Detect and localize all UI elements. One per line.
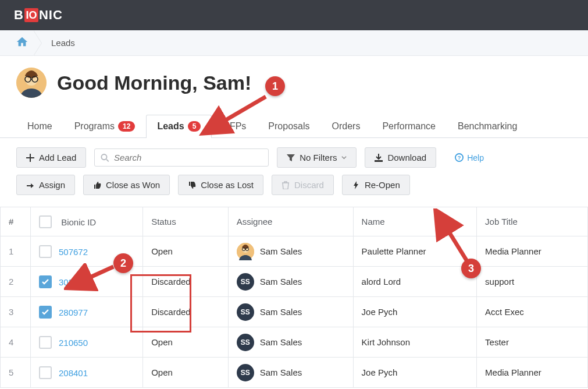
main-tabs: HomePrograms12Leads5RFPsProposalsOrdersP… xyxy=(0,114,588,138)
assignee-name: Sam Sales xyxy=(260,246,302,256)
annotation-callout-3: 3 xyxy=(461,259,481,278)
hand-right-icon xyxy=(26,181,34,189)
thumbs-down-icon xyxy=(188,181,196,189)
col-index: # xyxy=(1,207,31,236)
cell-bionic-id: 210650 xyxy=(31,327,143,358)
cell-assignee: SSSam Sales xyxy=(228,267,353,297)
row-checkbox[interactable] xyxy=(39,336,52,349)
cell-job-title: support xyxy=(477,267,588,297)
table-row[interactable]: 5208401OpenSSSam SalesJoe PychMedia Plan… xyxy=(1,358,588,388)
cell-bionic-id: 280977 xyxy=(31,297,143,327)
cell-bionic-id: 208401 xyxy=(31,358,143,388)
assign-button[interactable]: Assign xyxy=(16,175,75,195)
reopen-button[interactable]: Re-Open xyxy=(342,175,410,195)
greeting-section: Good Morning, Sam! xyxy=(0,56,588,114)
thumbs-up-icon xyxy=(93,181,101,189)
tab-performance[interactable]: Performance xyxy=(371,115,447,138)
select-all-checkbox[interactable] xyxy=(39,215,52,228)
close-won-button[interactable]: Close as Won xyxy=(83,175,170,195)
tab-home[interactable]: Home xyxy=(16,115,63,138)
row-checkbox[interactable] xyxy=(39,306,52,319)
download-button[interactable]: Download xyxy=(365,147,436,168)
toolbar: Add Lead No Filters Download ? Help Assi… xyxy=(0,138,588,207)
cell-assignee: SSSam Sales xyxy=(228,297,353,327)
bionic-id-link[interactable]: 210650 xyxy=(59,337,88,347)
app-header: B IO NIC xyxy=(0,0,588,30)
svg-text:?: ? xyxy=(458,155,461,161)
row-checkbox[interactable] xyxy=(39,366,52,379)
brand-pre: B xyxy=(14,8,24,23)
home-icon[interactable] xyxy=(15,36,29,50)
tab-label: Benchmarking xyxy=(458,121,517,132)
tab-label: Performance xyxy=(382,121,436,132)
cell-status: Open xyxy=(143,236,229,267)
cell-assignee: SSSam Sales xyxy=(228,358,353,388)
download-icon xyxy=(375,154,383,162)
col-assignee[interactable]: Assignee xyxy=(228,207,353,236)
annotation-callout-2: 2 xyxy=(113,253,133,273)
bionic-id-link[interactable]: 208401 xyxy=(59,367,88,377)
tab-label: Orders xyxy=(332,121,361,132)
svg-point-5 xyxy=(102,154,107,160)
close-lost-button[interactable]: Close as Lost xyxy=(178,175,263,195)
assignee-name: Sam Sales xyxy=(260,337,302,347)
cell-name: Joe Pych xyxy=(353,297,476,327)
tab-benchmarking[interactable]: Benchmarking xyxy=(447,115,528,138)
plus-icon xyxy=(26,154,34,162)
annotation-arrow-2 xyxy=(64,263,117,291)
chevron-down-icon xyxy=(341,155,347,160)
assignee-avatar: SS xyxy=(237,334,254,351)
help-icon: ? xyxy=(455,153,464,162)
row-index: 4 xyxy=(1,327,31,358)
tab-label: Proposals xyxy=(268,121,309,132)
assignee-name: Sam Sales xyxy=(260,307,302,317)
filter-icon xyxy=(287,154,295,162)
annotation-arrow-1 xyxy=(199,92,269,139)
brand-mid: IO xyxy=(24,8,38,22)
breadcrumb-current: Leads xyxy=(44,38,75,48)
help-link[interactable]: ? Help xyxy=(455,153,484,162)
bionic-id-link[interactable]: 507672 xyxy=(59,246,88,256)
cell-job-title: Media Planner xyxy=(477,236,588,267)
table-row[interactable]: 1507672OpenSam SalesPaulette PlannerMedi… xyxy=(1,236,588,267)
leads-table: # Bionic ID Status Assignee Name Job Tit… xyxy=(0,207,588,388)
cell-assignee: SSSam Sales xyxy=(228,327,353,358)
row-index: 3 xyxy=(1,297,31,327)
cell-name: Kirt Johnson xyxy=(353,327,476,358)
filters-dropdown[interactable]: No Filters xyxy=(277,147,357,168)
row-index: 1 xyxy=(1,236,31,267)
row-index: 5 xyxy=(1,358,31,388)
col-job-title[interactable]: Job Title xyxy=(477,207,588,236)
row-checkbox[interactable] xyxy=(39,275,52,288)
cell-status: Discarded xyxy=(143,297,229,327)
bionic-id-link[interactable]: 280977 xyxy=(59,307,88,317)
discard-button[interactable]: Discard xyxy=(272,175,334,195)
cell-job-title: Tester xyxy=(477,327,588,358)
tab-badge: 12 xyxy=(118,121,135,132)
assignee-avatar: SS xyxy=(237,303,254,321)
cell-status: Discarded xyxy=(143,267,229,297)
row-checkbox[interactable] xyxy=(39,245,52,258)
brand-post: NIC xyxy=(39,8,63,23)
cell-status: Open xyxy=(143,358,229,388)
tab-label: Leads xyxy=(157,121,184,132)
row-index: 2 xyxy=(1,267,31,297)
assignee-avatar: SS xyxy=(237,273,254,291)
cell-name: alord Lord xyxy=(353,267,476,297)
col-bionic-id[interactable]: Bionic ID xyxy=(31,207,143,236)
col-status[interactable]: Status xyxy=(143,207,229,236)
search-box[interactable] xyxy=(94,148,269,167)
user-avatar xyxy=(16,68,47,98)
annotation-arrow-3 xyxy=(432,208,478,267)
tab-programs[interactable]: Programs12 xyxy=(63,115,147,138)
assignee-name: Sam Sales xyxy=(260,367,302,377)
cell-job-title: Media Planner xyxy=(477,358,588,388)
tab-orders[interactable]: Orders xyxy=(321,115,372,138)
annotation-callout-1: 1 xyxy=(265,76,285,96)
table-row[interactable]: 4210650OpenSSSam SalesKirt JohnsonTester xyxy=(1,327,588,358)
trash-icon xyxy=(281,181,290,189)
table-row[interactable]: 3280977DiscardedSSSam SalesJoe PychAcct … xyxy=(1,297,588,327)
cell-status: Open xyxy=(143,327,229,358)
search-input[interactable] xyxy=(114,153,262,162)
add-lead-button[interactable]: Add Lead xyxy=(16,147,86,168)
